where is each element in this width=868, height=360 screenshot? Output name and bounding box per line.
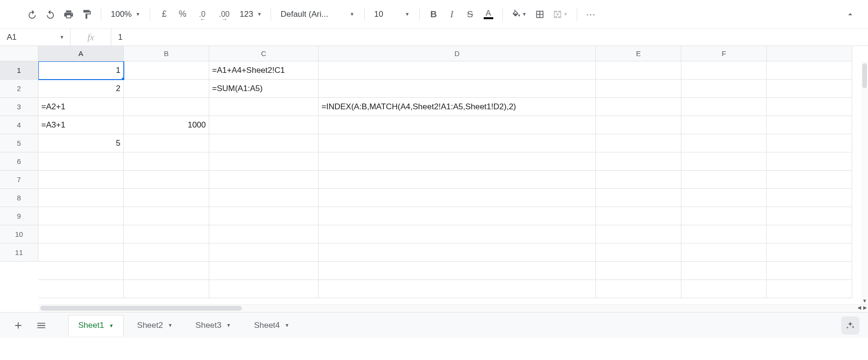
redo-button[interactable] — [42, 6, 59, 23]
row-header-4[interactable]: 4 — [0, 116, 38, 134]
undo-button[interactable] — [24, 6, 40, 23]
bold-button[interactable]: B — [426, 6, 442, 23]
select-all-corner[interactable] — [0, 46, 38, 61]
cell-D4[interactable] — [319, 116, 596, 134]
cell-D5[interactable] — [319, 134, 596, 152]
format-percent-button[interactable]: % — [174, 6, 190, 23]
cell-C10[interactable] — [209, 225, 319, 244]
cell-G12[interactable] — [767, 262, 852, 280]
increase-decimal-button[interactable]: .00 → — [214, 6, 235, 23]
cell-D6[interactable] — [319, 152, 596, 171]
scroll-right-icon[interactable]: ▶ — [863, 305, 867, 310]
cell-B4[interactable]: 1000 — [124, 116, 209, 134]
cell-B13[interactable] — [124, 280, 209, 298]
cell-E7[interactable] — [596, 171, 681, 189]
cell-B11[interactable] — [124, 244, 209, 262]
cell-B7[interactable] — [124, 171, 209, 189]
vertical-scroll-thumb[interactable] — [862, 63, 867, 88]
cell-A4[interactable]: =A3+1 — [38, 116, 124, 134]
strikethrough-button[interactable]: S — [462, 6, 478, 23]
cell-E6[interactable] — [596, 152, 681, 171]
sheet-tab-1[interactable]: Sheet1 ▼ — [68, 315, 124, 336]
horizontal-scroll-thumb[interactable] — [40, 306, 242, 311]
cell-E8[interactable] — [596, 189, 681, 207]
paint-format-button[interactable] — [79, 6, 95, 23]
cell-D10[interactable] — [319, 225, 596, 244]
cell-B6[interactable] — [124, 152, 209, 171]
cell-G6[interactable] — [767, 152, 852, 171]
cell-E9[interactable] — [596, 207, 681, 225]
borders-button[interactable] — [532, 6, 548, 23]
cell-A9[interactable] — [38, 207, 124, 225]
cell-D1[interactable] — [319, 61, 596, 80]
cell-A12[interactable] — [38, 262, 124, 280]
text-color-button[interactable]: A — [480, 6, 497, 23]
scroll-left-icon[interactable]: ◀ — [857, 305, 861, 310]
col-header-E[interactable]: E — [596, 46, 681, 61]
cell-D7[interactable] — [319, 171, 596, 189]
cell-F7[interactable] — [681, 171, 767, 189]
cell-E13[interactable] — [596, 280, 681, 298]
cell-F11[interactable] — [681, 244, 767, 262]
col-header-D[interactable]: D — [319, 46, 596, 61]
cell-C1[interactable]: =A1+A4+Sheet2!C1 — [209, 61, 319, 80]
font-size-dropdown[interactable]: 10 ▼ — [370, 6, 414, 23]
cell-F4[interactable] — [681, 116, 767, 134]
cell-F5[interactable] — [681, 134, 767, 152]
sheet-tab-2[interactable]: Sheet2 ▼ — [128, 315, 182, 336]
cell-C9[interactable] — [209, 207, 319, 225]
row-header-6[interactable]: 6 — [0, 152, 38, 171]
collapse-toolbar-button[interactable] — [842, 6, 858, 23]
cell-A2[interactable]: 2 — [38, 80, 124, 98]
col-header-F[interactable]: F — [681, 46, 767, 61]
row-header-11[interactable]: 11 — [0, 244, 38, 262]
cell-C11[interactable] — [209, 244, 319, 262]
all-sheets-button[interactable] — [32, 316, 51, 335]
sheet-tab-3[interactable]: Sheet3 ▼ — [186, 315, 241, 336]
cell-C2[interactable]: =SUM(A1:A5) — [209, 80, 319, 98]
zoom-dropdown[interactable]: 100% ▼ — [107, 6, 144, 23]
cell-E10[interactable] — [596, 225, 681, 244]
vertical-scrollbar[interactable]: ▼ — [861, 61, 868, 304]
cell-A13[interactable] — [38, 280, 124, 298]
cell-C6[interactable] — [209, 152, 319, 171]
col-header-A[interactable]: A — [38, 46, 124, 61]
cell-F12[interactable] — [681, 262, 767, 280]
fill-color-button[interactable]: ▼ — [509, 6, 530, 23]
cell-E12[interactable] — [596, 262, 681, 280]
cell-B8[interactable] — [124, 189, 209, 207]
cell-D9[interactable] — [319, 207, 596, 225]
add-sheet-button[interactable] — [9, 316, 28, 335]
cell-E4[interactable] — [596, 116, 681, 134]
merge-cells-button[interactable]: ▼ — [550, 6, 571, 23]
cell-G10[interactable] — [767, 225, 852, 244]
cell-G4[interactable] — [767, 116, 852, 134]
selection-handle[interactable] — [121, 77, 124, 80]
col-header-C[interactable]: C — [209, 46, 319, 61]
cell-E5[interactable] — [596, 134, 681, 152]
name-box[interactable]: A1 ▼ — [0, 29, 70, 46]
cell-F2[interactable] — [681, 80, 767, 98]
cell-C13[interactable] — [209, 280, 319, 298]
cell-C7[interactable] — [209, 171, 319, 189]
col-header-extra[interactable] — [767, 46, 852, 61]
cell-G9[interactable] — [767, 207, 852, 225]
formula-input[interactable]: 1 — [111, 29, 868, 46]
cell-G7[interactable] — [767, 171, 852, 189]
cell-A10[interactable] — [38, 225, 124, 244]
row-header-9[interactable]: 9 — [0, 207, 38, 225]
cell-B1[interactable] — [124, 61, 209, 80]
cell-A11[interactable] — [38, 244, 124, 262]
explore-button[interactable] — [841, 316, 859, 335]
cell-F9[interactable] — [681, 207, 767, 225]
cell-D2[interactable] — [319, 80, 596, 98]
cell-A7[interactable] — [38, 171, 124, 189]
row-header-7[interactable]: 7 — [0, 171, 38, 189]
cell-A1[interactable]: 1 — [38, 61, 124, 80]
cell-A5[interactable]: 5 — [38, 134, 124, 152]
decrease-decimal-button[interactable]: .0 ← — [192, 6, 212, 23]
more-button[interactable]: ⋯ — [583, 6, 599, 23]
cell-F1[interactable] — [681, 61, 767, 80]
cell-C5[interactable] — [209, 134, 319, 152]
cell-D13[interactable] — [319, 280, 596, 298]
